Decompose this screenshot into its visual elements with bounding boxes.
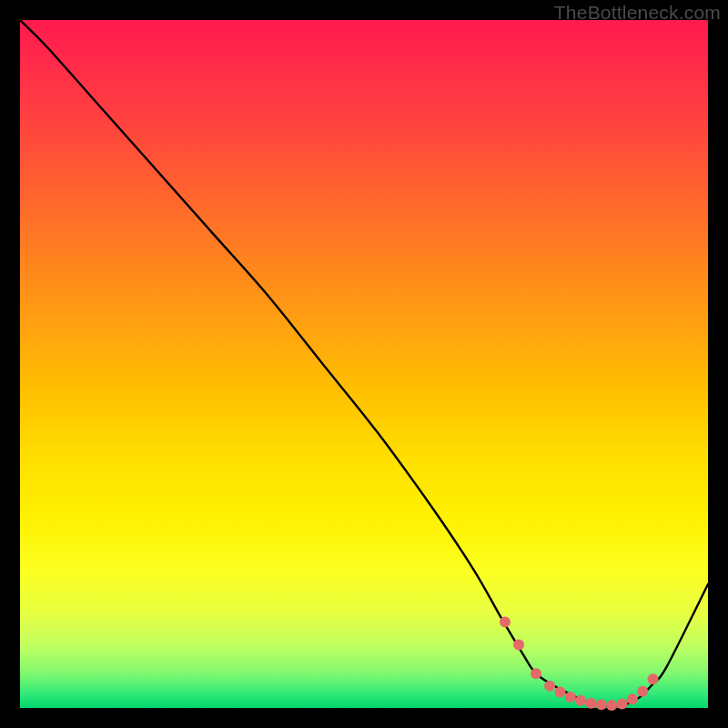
- highlight-dot: [513, 639, 524, 650]
- highlight-dot: [617, 698, 628, 709]
- watermark-text: TheBottleneck.com: [554, 2, 721, 24]
- highlight-dot: [500, 617, 511, 628]
- chart-canvas: TheBottleneck.com: [0, 0, 728, 728]
- highlight-dot: [544, 681, 555, 692]
- highlight-dot: [648, 673, 659, 684]
- highlight-dot: [637, 686, 648, 697]
- plot-area: [20, 20, 708, 708]
- highlight-dot: [554, 687, 565, 698]
- highlight-dots: [500, 617, 659, 711]
- highlight-dot: [531, 668, 541, 679]
- highlight-dot: [606, 700, 617, 711]
- highlight-dot: [585, 698, 596, 709]
- highlight-dot: [627, 693, 638, 704]
- highlight-dot: [575, 695, 586, 706]
- highlight-dot: [596, 699, 607, 710]
- highlight-dot: [565, 692, 576, 703]
- curve-layer: [20, 20, 708, 708]
- bottleneck-curve: [20, 20, 708, 706]
